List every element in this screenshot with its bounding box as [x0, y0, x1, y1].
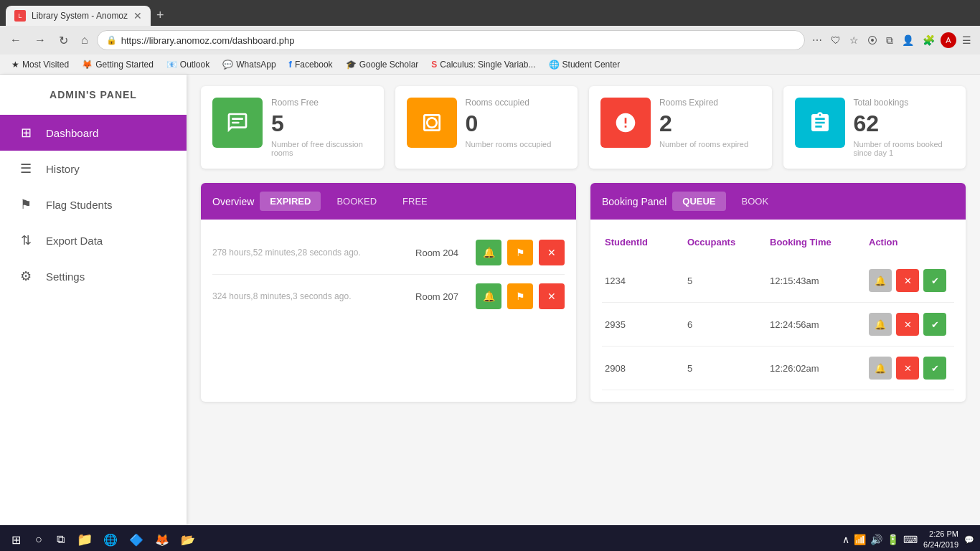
bookmark-facebook[interactable]: f Facebook [283, 57, 339, 71]
flag-btn-2[interactable]: ⚑ [507, 283, 533, 309]
overview-row-2: 324 hours,8 minutes,3 seconds ago. Room … [212, 275, 565, 318]
split-view-btn[interactable]: ⧉ [883, 32, 896, 50]
profile-btn[interactable]: 👤 [899, 32, 917, 49]
confirm-btn-1[interactable]: ✔ [923, 269, 946, 292]
overview-row1-time: 278 hours,52 minutes,28 seconds ago. [212, 248, 361, 258]
confirm-btn-3[interactable]: ✔ [923, 357, 946, 380]
overview-panel: Overview EXPIRED BOOKED FREE 278 hours,5… [201, 183, 576, 402]
star-button[interactable]: ☆ [847, 32, 862, 49]
cancel-btn-3[interactable]: ✕ [896, 357, 919, 380]
col-student-id: StudentId [605, 237, 687, 248]
extension-btn[interactable]: 🧩 [920, 32, 938, 49]
start-button[interactable]: ⊞ [6, 530, 27, 550]
outlook-icon: 📧 [166, 60, 177, 70]
total-bookings-label: Total bookings [854, 98, 955, 108]
booking-row-2: 2935 6 12:24:56am 🔔 ✕ ✔ [602, 303, 954, 347]
booking-title: Booking Panel [602, 196, 666, 207]
bookmark-label: Google Scholar [359, 60, 419, 70]
taskbar-firefox[interactable]: 🦊 [151, 528, 174, 551]
task-view-btn[interactable]: ⧉ [51, 530, 70, 549]
bookmark-google-scholar[interactable]: 🎓 Google Scholar [340, 58, 425, 71]
booking-table-header: StudentId Occupants Booking Time Action [602, 231, 954, 253]
col-occupants: Occupants [687, 237, 770, 248]
bookmark-calculus[interactable]: S Calculus: Single Variab... [425, 58, 541, 71]
taskbar-clock[interactable]: 2:26 PM 6/24/2019 [923, 529, 958, 551]
overview-tab-expired[interactable]: EXPIRED [260, 192, 321, 211]
booking-row1-time: 12:15:43am [770, 276, 869, 286]
firefox-icon: 🦊 [82, 60, 93, 70]
new-tab-button[interactable]: + [151, 5, 170, 26]
globe-icon: 🌐 [549, 60, 560, 70]
rooms-occupied-icon-box [407, 98, 457, 148]
sidebar-item-export-data[interactable]: ⇅ Export Data [0, 222, 187, 258]
rooms-free-label: Rooms Free [271, 98, 372, 108]
taskbar-date-display: 6/24/2019 [923, 540, 958, 550]
sidebar-item-settings[interactable]: ⚙ Settings [0, 258, 187, 294]
booking-panel-header: Booking Panel QUEUE BOOK [590, 183, 966, 220]
more-tools-button[interactable]: ⋯ [809, 32, 825, 49]
tray-up-arrow[interactable]: ∧ [842, 534, 849, 545]
main-content: Rooms Free 5 Number of free discussion r… [187, 75, 980, 525]
bell-btn-3[interactable]: 🔔 [869, 357, 892, 380]
remove-btn-1[interactable]: ✕ [539, 240, 565, 265]
cancel-btn-2[interactable]: ✕ [896, 313, 919, 336]
total-bookings-info: Total bookings 62 Number of rooms booked… [854, 98, 955, 157]
taskbar-chrome[interactable]: 🌐 [99, 528, 122, 551]
overview-body: 278 hours,52 minutes,28 seconds ago. Roo… [201, 220, 576, 329]
notify-btn-2[interactable]: 🔔 [476, 283, 501, 309]
bookmark-most-visited[interactable]: ★ Most Visited [6, 58, 75, 71]
home-button[interactable]: ⌂ [77, 31, 93, 50]
bell-btn-2[interactable]: 🔔 [869, 313, 892, 336]
rooms-occupied-info: Rooms occupied 0 Number rooms occupied [466, 98, 567, 149]
bookmark-getting-started[interactable]: 🦊 Getting Started [76, 58, 159, 71]
confirm-btn-2[interactable]: ✔ [923, 313, 946, 336]
notify-btn-1[interactable]: 🔔 [476, 240, 501, 265]
bell-btn-1[interactable]: 🔔 [869, 269, 892, 292]
overview-row2-time: 324 hours,8 minutes,3 seconds ago. [212, 291, 351, 301]
sidebar-item-label: Flag Students [46, 199, 113, 211]
system-tray-icons: ∧ 📶 🔊 🔋 ⌨ [842, 534, 918, 545]
sidebar-item-dashboard[interactable]: ⊞ Dashboard [0, 115, 187, 151]
booking-row-3: 2908 5 12:26:02am 🔔 ✕ ✔ [602, 347, 954, 390]
total-bookings-icon-box [795, 98, 845, 148]
taskbar-vscode[interactable]: 🔷 [125, 528, 148, 551]
taskbar-file-explorer[interactable]: 📁 [73, 528, 96, 551]
shield-button[interactable]: 🛡 [828, 32, 844, 49]
bookmark-outlook[interactable]: 📧 Outlook [161, 58, 215, 71]
reload-button[interactable]: ↻ [55, 31, 72, 50]
bookmark-whatsapp[interactable]: 💬 WhatsApp [217, 58, 281, 71]
address-input[interactable]: 🔒 https://library.anomoz.com/dashboard.p… [97, 30, 805, 50]
bookmark-label: Getting Started [95, 60, 154, 70]
booking-row2-time: 12:24:56am [770, 319, 869, 330]
browser-tab[interactable]: L Library System - Anomoz ✕ [6, 6, 151, 26]
tab-close-btn[interactable]: ✕ [133, 10, 142, 22]
reading-view-btn[interactable]: ⦿ [864, 32, 880, 49]
sidebar-item-label: Export Data [46, 235, 103, 247]
star-bookmark-icon: ★ [11, 60, 19, 70]
sidebar-item-history[interactable]: ☰ History [0, 151, 187, 187]
bookmark-label: Outlook [180, 60, 209, 70]
rooms-expired-label: Rooms Expired [659, 98, 760, 108]
taskbar-folder[interactable]: 📂 [176, 528, 199, 551]
flag-btn-1[interactable]: ⚑ [507, 240, 533, 265]
search-button[interactable]: ○ [29, 530, 48, 549]
booking-tab-queue[interactable]: QUEUE [672, 192, 725, 211]
overview-tab-free[interactable]: FREE [392, 192, 438, 211]
sidebar-item-flag-students[interactable]: ⚑ Flag Students [0, 187, 187, 222]
remove-btn-2[interactable]: ✕ [539, 283, 565, 309]
booking-tab-book[interactable]: BOOK [732, 192, 779, 211]
stat-card-rooms-occupied: Rooms occupied 0 Number rooms occupied [395, 86, 578, 169]
col-action: Action [869, 237, 951, 248]
keyboard-icon: ⌨ [903, 534, 918, 545]
overview-tab-booked[interactable]: BOOKED [326, 192, 387, 211]
menu-button[interactable]: ☰ [959, 32, 974, 49]
notification-btn[interactable]: 💬 [964, 535, 974, 545]
back-button[interactable]: ← [6, 31, 26, 50]
overview-row2-room: Room 207 [415, 291, 458, 302]
sidebar-item-label: Dashboard [46, 127, 98, 139]
bookmark-student-center[interactable]: 🌐 Student Center [543, 58, 626, 71]
avatar-btn[interactable]: A [941, 32, 956, 48]
svg-rect-0 [232, 118, 243, 120]
cancel-btn-1[interactable]: ✕ [896, 269, 919, 292]
forward-button[interactable]: → [30, 31, 50, 50]
